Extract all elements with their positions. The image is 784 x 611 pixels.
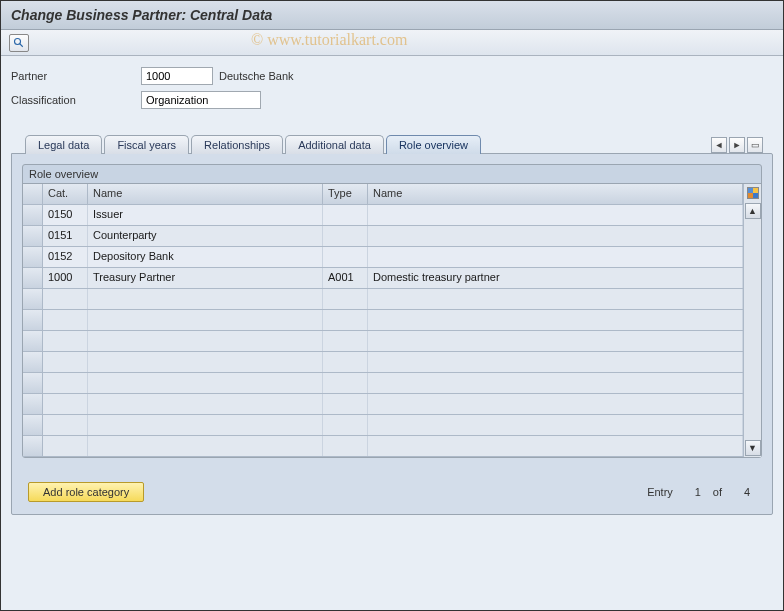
table-row[interactable] [23, 310, 743, 331]
row-selector[interactable] [23, 394, 43, 414]
cell-type[interactable] [323, 331, 368, 351]
cell-cat[interactable] [43, 373, 88, 393]
table-settings-icon[interactable] [744, 184, 762, 202]
tab-additional-data[interactable]: Additional data [285, 135, 384, 154]
row-selector[interactable] [23, 352, 43, 372]
tab-scroll-left-icon[interactable]: ◄ [711, 137, 727, 153]
tab-relationships[interactable]: Relationships [191, 135, 283, 154]
cell-cat[interactable] [43, 415, 88, 435]
row-selector[interactable] [23, 268, 43, 288]
cell-cat[interactable] [43, 436, 88, 456]
cell-name1[interactable] [88, 415, 323, 435]
cell-type[interactable] [323, 289, 368, 309]
cell-name2[interactable] [368, 205, 743, 225]
scroll-up-icon[interactable]: ▲ [745, 203, 761, 219]
tab-list-icon[interactable]: ▭ [747, 137, 763, 153]
cell-name1[interactable] [88, 310, 323, 330]
cell-name1[interactable] [88, 373, 323, 393]
cell-name1[interactable]: Treasury Partner [88, 268, 323, 288]
cell-type[interactable] [323, 415, 368, 435]
col-cat[interactable]: Cat. [43, 184, 88, 204]
cell-name1[interactable] [88, 394, 323, 414]
cell-name1[interactable] [88, 352, 323, 372]
cell-name2[interactable] [368, 331, 743, 351]
entry-label: Entry [647, 486, 673, 498]
tab-body: Role overview Cat. Name Type Name 0150Is… [11, 153, 773, 515]
cell-type[interactable]: A001 [323, 268, 368, 288]
cell-type[interactable] [323, 226, 368, 246]
cell-name2[interactable] [368, 352, 743, 372]
cell-cat[interactable] [43, 394, 88, 414]
cell-name1[interactable]: Issuer [88, 205, 323, 225]
table-group: Role overview Cat. Name Type Name 0150Is… [22, 164, 762, 458]
cell-name2[interactable] [368, 436, 743, 456]
tab-fiscal-years[interactable]: Fiscal years [104, 135, 189, 154]
classification-field[interactable]: Organization [141, 91, 261, 109]
cell-cat[interactable] [43, 310, 88, 330]
table-row[interactable] [23, 373, 743, 394]
cell-name1[interactable]: Counterparty [88, 226, 323, 246]
cell-name1[interactable] [88, 331, 323, 351]
table-row[interactable] [23, 394, 743, 415]
tab-role-overview[interactable]: Role overview [386, 135, 481, 154]
row-selector[interactable] [23, 436, 43, 456]
row-selector[interactable] [23, 331, 43, 351]
cell-type[interactable] [323, 247, 368, 267]
cell-cat[interactable] [43, 331, 88, 351]
cell-name2[interactable] [368, 247, 743, 267]
cell-name1[interactable] [88, 289, 323, 309]
cell-name2[interactable] [368, 373, 743, 393]
row-selector[interactable] [23, 373, 43, 393]
cell-cat[interactable]: 0150 [43, 205, 88, 225]
row-selector[interactable] [23, 415, 43, 435]
search-help-icon[interactable] [9, 34, 29, 52]
col-name1[interactable]: Name [88, 184, 323, 204]
table-row[interactable] [23, 331, 743, 352]
cell-cat[interactable]: 0152 [43, 247, 88, 267]
cell-name2[interactable] [368, 415, 743, 435]
cell-name2[interactable] [368, 289, 743, 309]
cell-type[interactable] [323, 436, 368, 456]
tab-scroll-right-icon[interactable]: ► [729, 137, 745, 153]
cell-cat[interactable] [43, 289, 88, 309]
table-row[interactable]: 1000Treasury PartnerA001Domestic treasur… [23, 268, 743, 289]
cell-type[interactable] [323, 310, 368, 330]
table-row[interactable] [23, 352, 743, 373]
cell-name2[interactable] [368, 226, 743, 246]
cell-name1[interactable] [88, 436, 323, 456]
cell-cat[interactable]: 1000 [43, 268, 88, 288]
col-type[interactable]: Type [323, 184, 368, 204]
partner-label: Partner [11, 70, 141, 82]
cell-name1[interactable]: Depository Bank [88, 247, 323, 267]
cell-type[interactable] [323, 394, 368, 414]
partner-id-field[interactable]: 1000 [141, 67, 213, 85]
add-role-category-button[interactable]: Add role category [28, 482, 144, 502]
table-row[interactable]: 0151Counterparty [23, 226, 743, 247]
col-name2[interactable]: Name [368, 184, 743, 204]
cell-cat[interactable] [43, 352, 88, 372]
cell-type[interactable] [323, 352, 368, 372]
vertical-scrollbar[interactable]: ▲ ▼ [743, 184, 761, 457]
row-selector[interactable] [23, 205, 43, 225]
table-row[interactable] [23, 415, 743, 436]
table-group-title: Role overview [23, 165, 761, 184]
tab-legal-data[interactable]: Legal data [25, 135, 102, 154]
row-selector[interactable] [23, 289, 43, 309]
table-row[interactable]: 0150Issuer [23, 205, 743, 226]
cell-name2[interactable] [368, 394, 743, 414]
cell-name2[interactable]: Domestic treasury partner [368, 268, 743, 288]
cell-type[interactable] [323, 205, 368, 225]
table-row[interactable] [23, 289, 743, 310]
cell-name2[interactable] [368, 310, 743, 330]
row-selector[interactable] [23, 310, 43, 330]
table-row[interactable] [23, 436, 743, 457]
footer-row: Add role category Entry 1 of 4 [22, 482, 762, 502]
scroll-down-icon[interactable]: ▼ [745, 440, 761, 456]
row-selector[interactable] [23, 226, 43, 246]
col-selector[interactable] [23, 184, 43, 204]
row-selector[interactable] [23, 247, 43, 267]
cell-type[interactable] [323, 373, 368, 393]
entry-total: 4 [728, 485, 756, 499]
table-row[interactable]: 0152Depository Bank [23, 247, 743, 268]
cell-cat[interactable]: 0151 [43, 226, 88, 246]
